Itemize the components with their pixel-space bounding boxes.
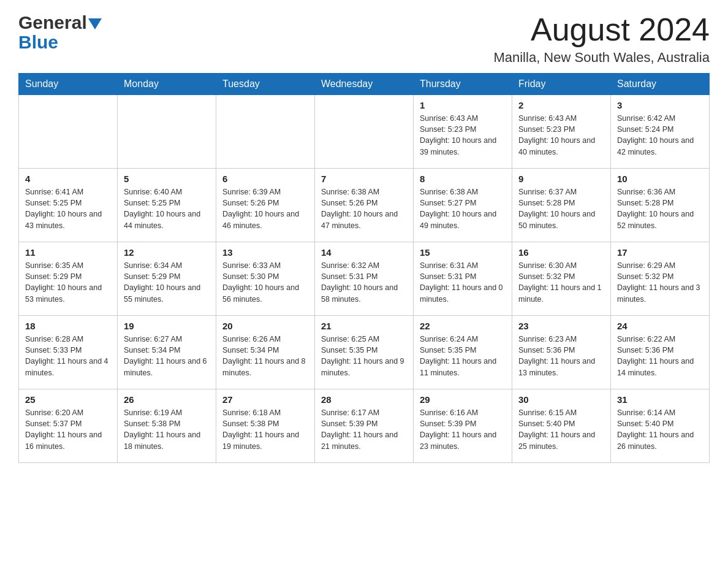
calendar-cell: 3Sunrise: 6:42 AMSunset: 5:24 PMDaylight… — [611, 95, 710, 169]
calendar-cell: 28Sunrise: 6:17 AMSunset: 5:39 PMDayligh… — [315, 389, 414, 463]
svg-marker-0 — [88, 18, 102, 29]
day-info: Sunrise: 6:14 AMSunset: 5:40 PMDaylight:… — [617, 407, 703, 452]
calendar-cell: 23Sunrise: 6:23 AMSunset: 5:36 PMDayligh… — [512, 316, 611, 389]
day-number: 30 — [518, 394, 604, 405]
day-number: 17 — [617, 247, 703, 258]
calendar-cell: 20Sunrise: 6:26 AMSunset: 5:34 PMDayligh… — [216, 316, 315, 389]
day-info: Sunrise: 6:35 AMSunset: 5:29 PMDaylight:… — [25, 260, 111, 305]
day-number: 13 — [222, 247, 308, 258]
calendar-cell — [216, 95, 315, 169]
calendar-cell: 5Sunrise: 6:40 AMSunset: 5:25 PMDaylight… — [118, 169, 216, 242]
day-info: Sunrise: 6:18 AMSunset: 5:38 PMDaylight:… — [222, 407, 308, 452]
day-info: Sunrise: 6:23 AMSunset: 5:36 PMDaylight:… — [518, 334, 604, 378]
day-info: Sunrise: 6:43 AMSunset: 5:23 PMDaylight:… — [518, 113, 604, 158]
calendar-header-row: SundayMondayTuesdayWednesdayThursdayFrid… — [19, 74, 710, 95]
title-section: August 2024 Manilla, New South Wales, Au… — [493, 12, 710, 66]
logo: General Blue — [18, 12, 102, 53]
day-info: Sunrise: 6:28 AMSunset: 5:33 PMDaylight:… — [25, 334, 111, 378]
calendar-cell: 14Sunrise: 6:32 AMSunset: 5:31 PMDayligh… — [315, 242, 414, 316]
calendar-cell: 9Sunrise: 6:37 AMSunset: 5:28 PMDaylight… — [512, 169, 611, 242]
day-info: Sunrise: 6:37 AMSunset: 5:28 PMDaylight:… — [518, 186, 604, 231]
day-info: Sunrise: 6:36 AMSunset: 5:28 PMDaylight:… — [617, 186, 703, 231]
calendar-header-thursday: Thursday — [414, 74, 512, 95]
calendar-cell: 22Sunrise: 6:24 AMSunset: 5:35 PMDayligh… — [414, 316, 512, 389]
month-title: August 2024 — [493, 12, 710, 47]
calendar-week-row: 25Sunrise: 6:20 AMSunset: 5:37 PMDayligh… — [19, 389, 710, 463]
calendar-cell: 7Sunrise: 6:38 AMSunset: 5:26 PMDaylight… — [315, 169, 414, 242]
day-number: 28 — [321, 394, 407, 405]
day-info: Sunrise: 6:17 AMSunset: 5:39 PMDaylight:… — [321, 407, 407, 452]
calendar-cell: 15Sunrise: 6:31 AMSunset: 5:31 PMDayligh… — [414, 242, 512, 316]
location: Manilla, New South Wales, Australia — [493, 50, 710, 66]
calendar-table: SundayMondayTuesdayWednesdayThursdayFrid… — [18, 73, 710, 463]
calendar-week-row: 18Sunrise: 6:28 AMSunset: 5:33 PMDayligh… — [19, 316, 710, 389]
day-info: Sunrise: 6:39 AMSunset: 5:26 PMDaylight:… — [222, 186, 308, 231]
calendar-header-saturday: Saturday — [611, 74, 710, 95]
calendar-header-tuesday: Tuesday — [216, 74, 315, 95]
day-info: Sunrise: 6:30 AMSunset: 5:32 PMDaylight:… — [518, 260, 604, 305]
calendar-cell: 2Sunrise: 6:43 AMSunset: 5:23 PMDaylight… — [512, 95, 611, 169]
day-number: 23 — [518, 321, 604, 331]
day-number: 11 — [25, 247, 111, 258]
day-info: Sunrise: 6:32 AMSunset: 5:31 PMDaylight:… — [321, 260, 407, 305]
day-info: Sunrise: 6:19 AMSunset: 5:38 PMDaylight:… — [124, 407, 210, 452]
calendar-cell — [315, 95, 414, 169]
calendar-cell: 31Sunrise: 6:14 AMSunset: 5:40 PMDayligh… — [611, 389, 710, 463]
day-number: 22 — [420, 321, 506, 331]
calendar-cell: 13Sunrise: 6:33 AMSunset: 5:30 PMDayligh… — [216, 242, 315, 316]
calendar-cell: 21Sunrise: 6:25 AMSunset: 5:35 PMDayligh… — [315, 316, 414, 389]
day-info: Sunrise: 6:40 AMSunset: 5:25 PMDaylight:… — [124, 186, 210, 231]
day-number: 1 — [420, 100, 506, 110]
calendar-week-row: 4Sunrise: 6:41 AMSunset: 5:25 PMDaylight… — [19, 169, 710, 242]
calendar-cell: 17Sunrise: 6:29 AMSunset: 5:32 PMDayligh… — [611, 242, 710, 316]
calendar-cell: 12Sunrise: 6:34 AMSunset: 5:29 PMDayligh… — [118, 242, 216, 316]
day-number: 31 — [617, 394, 703, 405]
day-number: 21 — [321, 321, 407, 331]
day-number: 3 — [617, 100, 703, 110]
day-number: 20 — [222, 321, 308, 331]
calendar-cell: 8Sunrise: 6:38 AMSunset: 5:27 PMDaylight… — [414, 169, 512, 242]
calendar-week-row: 1Sunrise: 6:43 AMSunset: 5:23 PMDaylight… — [19, 95, 710, 169]
day-number: 18 — [25, 321, 111, 331]
day-number: 24 — [617, 321, 703, 331]
day-number: 26 — [124, 394, 210, 405]
day-info: Sunrise: 6:16 AMSunset: 5:39 PMDaylight:… — [420, 407, 506, 452]
day-number: 4 — [25, 174, 111, 184]
day-info: Sunrise: 6:33 AMSunset: 5:30 PMDaylight:… — [222, 260, 308, 305]
calendar-cell: 30Sunrise: 6:15 AMSunset: 5:40 PMDayligh… — [512, 389, 611, 463]
day-number: 12 — [124, 247, 210, 258]
day-info: Sunrise: 6:15 AMSunset: 5:40 PMDaylight:… — [518, 407, 604, 452]
day-info: Sunrise: 6:42 AMSunset: 5:24 PMDaylight:… — [617, 113, 703, 158]
day-info: Sunrise: 6:34 AMSunset: 5:29 PMDaylight:… — [124, 260, 210, 305]
day-number: 7 — [321, 174, 407, 184]
day-number: 19 — [124, 321, 210, 331]
logo-blue: Blue — [18, 32, 58, 53]
calendar-cell — [118, 95, 216, 169]
calendar-cell: 4Sunrise: 6:41 AMSunset: 5:25 PMDaylight… — [19, 169, 118, 242]
day-number: 6 — [222, 174, 308, 184]
day-number: 8 — [420, 174, 506, 184]
day-number: 14 — [321, 247, 407, 258]
day-info: Sunrise: 6:24 AMSunset: 5:35 PMDaylight:… — [420, 334, 506, 378]
day-number: 2 — [518, 100, 604, 110]
day-number: 15 — [420, 247, 506, 258]
calendar-cell: 1Sunrise: 6:43 AMSunset: 5:23 PMDaylight… — [414, 95, 512, 169]
day-info: Sunrise: 6:41 AMSunset: 5:25 PMDaylight:… — [25, 186, 111, 231]
calendar-cell: 11Sunrise: 6:35 AMSunset: 5:29 PMDayligh… — [19, 242, 118, 316]
calendar-cell: 16Sunrise: 6:30 AMSunset: 5:32 PMDayligh… — [512, 242, 611, 316]
calendar-cell: 19Sunrise: 6:27 AMSunset: 5:34 PMDayligh… — [118, 316, 216, 389]
calendar-header-friday: Friday — [512, 74, 611, 95]
calendar-week-row: 11Sunrise: 6:35 AMSunset: 5:29 PMDayligh… — [19, 242, 710, 316]
day-number: 25 — [25, 394, 111, 405]
day-info: Sunrise: 6:43 AMSunset: 5:23 PMDaylight:… — [420, 113, 506, 158]
calendar-header-sunday: Sunday — [19, 74, 118, 95]
calendar-cell: 27Sunrise: 6:18 AMSunset: 5:38 PMDayligh… — [216, 389, 315, 463]
day-number: 16 — [518, 247, 604, 258]
calendar-header-monday: Monday — [118, 74, 216, 95]
day-number: 10 — [617, 174, 703, 184]
day-info: Sunrise: 6:20 AMSunset: 5:37 PMDaylight:… — [25, 407, 111, 452]
calendar-cell: 10Sunrise: 6:36 AMSunset: 5:28 PMDayligh… — [611, 169, 710, 242]
day-number: 9 — [518, 174, 604, 184]
logo-triangle-icon — [88, 18, 102, 29]
day-number: 29 — [420, 394, 506, 405]
